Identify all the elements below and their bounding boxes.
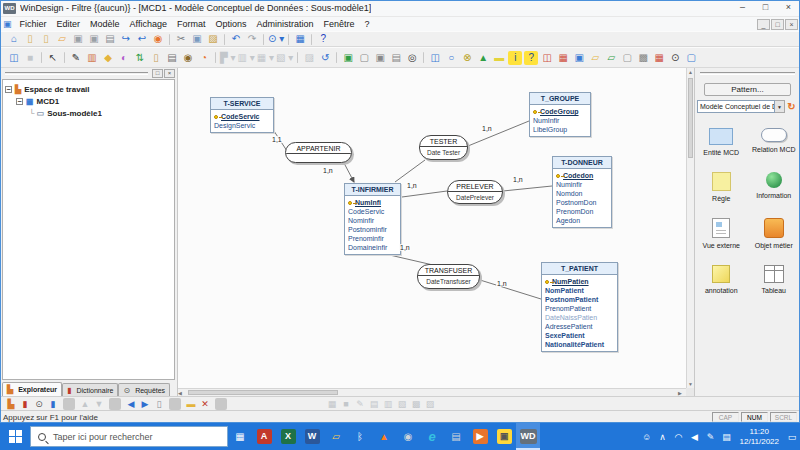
- maximize-button[interactable]: □: [754, 0, 777, 16]
- grid-toggle[interactable]: ▦: [293, 32, 307, 46]
- font-tool[interactable]: ✎: [354, 398, 366, 410]
- requests-panel[interactable]: ▮: [47, 398, 59, 410]
- order-menu[interactable]: ▧ ▾: [276, 51, 293, 65]
- taskbar-clock[interactable]: 11:20 12/11/2022: [740, 427, 779, 447]
- menu-item[interactable]: Editer: [52, 19, 86, 29]
- panel-close-button[interactable]: ×: [164, 69, 175, 78]
- panel-gripper[interactable]: [5, 72, 148, 75]
- palette-entite-mcd[interactable]: Entité MCD: [696, 128, 746, 156]
- palette-refresh-icon[interactable]: ↻: [785, 101, 798, 112]
- hidden-icons-chevron[interactable]: ∧: [655, 423, 671, 450]
- palette-information[interactable]: Information: [749, 172, 799, 202]
- link-objects-2[interactable]: ▣: [373, 51, 387, 65]
- access-app[interactable]: A: [252, 423, 276, 450]
- palette-relation-mcd[interactable]: Relation MCD: [749, 128, 799, 156]
- mdi-restore-button[interactable]: □: [771, 19, 784, 30]
- dictionary-panel[interactable]: ▮: [19, 398, 31, 410]
- open-copy[interactable]: ▯: [39, 32, 53, 46]
- green-pages[interactable]: ▣: [341, 51, 355, 65]
- relation-transfuser[interactable]: TRANSFUSERDateTransfuser: [417, 264, 480, 289]
- entity-t_patient[interactable]: T_PATIENTNumPatienNomPatientPostnomPatie…: [541, 262, 618, 352]
- palette-regle[interactable]: Règle: [696, 172, 746, 202]
- palette-annotation[interactable]: annotation: [696, 265, 746, 294]
- print[interactable]: ▤: [103, 32, 117, 46]
- tab-dictionnaire[interactable]: ▮Dictionnaire: [62, 383, 118, 396]
- pen-icon[interactable]: ✎: [703, 423, 719, 450]
- edit-pencil[interactable]: ✎: [69, 51, 83, 65]
- chevron-down-icon[interactable]: ▼: [775, 100, 785, 113]
- settings-app[interactable]: ◉: [396, 423, 420, 450]
- cut[interactable]: ✂: [174, 32, 188, 46]
- mosaic-tool[interactable]: ▦: [652, 51, 666, 65]
- minimize-button[interactable]: –: [731, 0, 754, 16]
- file-explorer-app[interactable]: ▱: [324, 423, 348, 450]
- network-icon[interactable]: ◠: [671, 423, 687, 450]
- style-2[interactable]: ▥: [382, 398, 394, 410]
- menu-item[interactable]: Format: [172, 19, 211, 29]
- sync-arrows[interactable]: ⇅: [133, 51, 147, 65]
- tab-explorateur[interactable]: ▙Explorateur: [2, 382, 62, 396]
- tree-item-mcd1[interactable]: − ▦ MCD1: [5, 95, 172, 107]
- new-constraint[interactable]: ⊗: [460, 51, 474, 65]
- menu-item[interactable]: Affichage: [125, 19, 172, 29]
- vertical-scroll-thumb[interactable]: [688, 78, 693, 158]
- volume-icon[interactable]: ◀: [687, 423, 703, 450]
- canvas-horizontal-scrollbar[interactable]: ◀ ▶: [178, 388, 686, 396]
- check-in[interactable]: ↩: [135, 32, 149, 46]
- menu-item[interactable]: Modèle: [85, 19, 125, 29]
- mdi-minimize-button[interactable]: _: [757, 19, 770, 30]
- palette-objet-metier[interactable]: Objet métier: [749, 218, 799, 249]
- people-icon[interactable]: ☺: [639, 423, 655, 450]
- palette-type-select[interactable]: Modèle Conceptuel de Dor: [697, 100, 775, 113]
- spec-list[interactable]: ▤: [165, 51, 179, 65]
- undo[interactable]: ↶: [229, 32, 243, 46]
- ime-icon[interactable]: ▤: [719, 423, 735, 450]
- link-objects-3[interactable]: ▤: [389, 51, 403, 65]
- task-view-button[interactable]: ▦: [228, 423, 252, 450]
- nav-next[interactable]: ▶: [139, 398, 151, 410]
- page-setup[interactable]: ▦: [326, 398, 338, 410]
- canvas-vertical-scrollbar[interactable]: ▲ ▼: [686, 68, 694, 388]
- search-panel[interactable]: ⊙: [33, 398, 45, 410]
- context-help[interactable]: ?: [316, 32, 330, 46]
- palette-vue-externe[interactable]: Vue externe: [696, 218, 746, 249]
- style-4[interactable]: ▩: [410, 398, 422, 410]
- copy[interactable]: ▣: [190, 32, 204, 46]
- media-app[interactable]: ▶: [468, 423, 492, 450]
- web-publish[interactable]: ◉: [151, 32, 165, 46]
- style-1[interactable]: ▤: [368, 398, 380, 410]
- format-palette[interactable]: ◐: [117, 51, 131, 65]
- align-menu[interactable]: ▛ ▾: [220, 51, 236, 65]
- auto-diagram[interactable]: ▥: [85, 51, 99, 65]
- scroll-up-arrow[interactable]: ▲: [687, 68, 694, 76]
- new-entity[interactable]: ◫: [428, 51, 442, 65]
- horizontal-scroll-thumb[interactable]: [188, 390, 338, 395]
- zone-select[interactable]: ▢: [684, 51, 698, 65]
- group-objects[interactable]: ▩: [636, 51, 650, 65]
- relation-tester[interactable]: TESTERDate Tester: [419, 135, 468, 160]
- palette-gripper[interactable]: [700, 72, 795, 75]
- style-3[interactable]: ▧: [396, 398, 408, 410]
- edge-app[interactable]: e: [420, 423, 444, 450]
- history-clock[interactable]: ◔: [197, 51, 211, 65]
- size-menu[interactable]: ▦ ▾: [257, 51, 274, 65]
- select-cursor[interactable]: ↖: [46, 51, 60, 65]
- word-app[interactable]: W: [300, 423, 324, 450]
- lock-tool[interactable]: ◉: [181, 51, 195, 65]
- entity-t-infirmier[interactable]: T-INFIRMIERNumInfiCodeServicNominfirPost…: [344, 183, 401, 255]
- disabled-tool[interactable]: ■: [23, 51, 37, 65]
- link-objects-1[interactable]: ▢: [357, 51, 371, 65]
- relation-appartenir[interactable]: APPARTENIR: [285, 142, 352, 163]
- style-5[interactable]: ▨: [424, 398, 436, 410]
- mdi-close-button[interactable]: ×: [785, 19, 798, 30]
- menu-item[interactable]: Fenêtre: [319, 19, 360, 29]
- menu-item[interactable]: ?: [360, 19, 375, 29]
- tree-item-workspace[interactable]: − ▙ Espace de travail: [5, 83, 172, 95]
- panel-pin-button[interactable]: □: [152, 69, 163, 78]
- move-down[interactable]: ▼: [93, 398, 105, 410]
- windesign-app[interactable]: WD: [516, 423, 540, 450]
- copy-structure[interactable]: ▢: [620, 51, 634, 65]
- notifications-icon[interactable]: ▭: [784, 423, 800, 450]
- new-package-yellow[interactable]: ▱: [588, 51, 602, 65]
- shapes-tool[interactable]: ◆: [101, 51, 115, 65]
